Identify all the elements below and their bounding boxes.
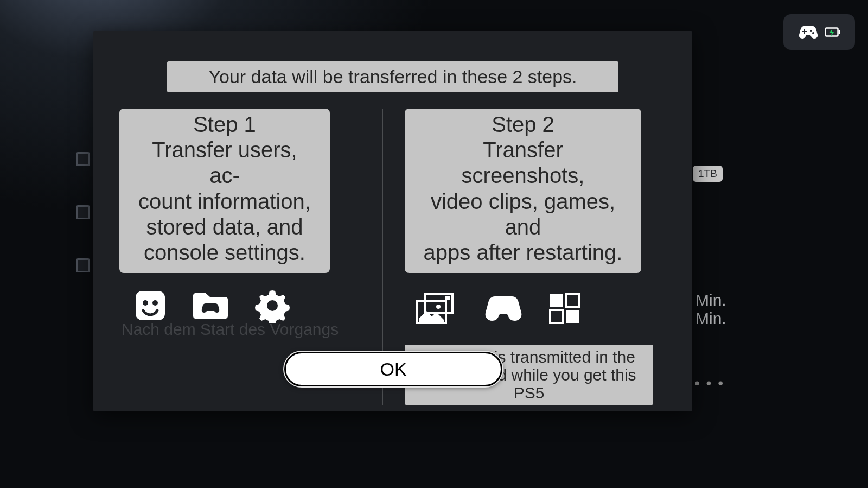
folder-game-icon xyxy=(191,290,230,321)
step-1-body: Transfer users, ac- count information, s… xyxy=(135,137,315,265)
ok-button-label: OK xyxy=(380,359,406,380)
step-2-heading: Step 2 xyxy=(420,112,626,137)
svg-rect-7 xyxy=(445,296,450,300)
media-icon xyxy=(414,293,458,324)
status-pill xyxy=(783,14,855,50)
controller-icon xyxy=(797,24,819,40)
svg-rect-12 xyxy=(550,310,563,323)
time-min-2: Min. xyxy=(695,309,726,328)
bg-ellipsis: • • • xyxy=(694,375,724,392)
bg-checkbox-3 xyxy=(76,258,90,272)
storage-badge: 1TB xyxy=(693,166,723,182)
step-2-icons xyxy=(405,293,580,324)
svg-point-4 xyxy=(152,300,158,306)
dialog-title: Your data will be transferred in these 2… xyxy=(167,61,618,92)
ok-button[interactable]: OK xyxy=(284,352,502,386)
step-2-body: Transfer screenshots, video clips, games… xyxy=(420,137,626,265)
step-1-box: Step 1 Transfer users, ac- count informa… xyxy=(119,109,330,273)
svg-point-3 xyxy=(143,300,148,306)
apps-grid-icon xyxy=(549,293,580,324)
step-2-box: Step 2 Transfer screenshots, video clips… xyxy=(405,109,641,273)
step-1-heading: Step 1 xyxy=(135,112,315,137)
user-smile-icon xyxy=(135,290,166,321)
svg-point-9 xyxy=(436,305,441,309)
faded-background-text: Nach dem Start des Vorgangs musst xyxy=(122,320,339,339)
bg-checkbox-1 xyxy=(76,152,90,166)
svg-rect-1 xyxy=(839,30,841,34)
controller-icon xyxy=(483,294,524,322)
svg-rect-11 xyxy=(566,294,579,307)
step-1-icons xyxy=(119,288,290,323)
svg-point-5 xyxy=(267,300,278,311)
time-min-1: Min. xyxy=(695,291,726,309)
svg-rect-10 xyxy=(550,294,563,307)
bg-checkbox-2 xyxy=(76,205,90,219)
svg-rect-13 xyxy=(566,310,579,323)
battery-charging-icon xyxy=(825,26,841,38)
gear-icon xyxy=(255,288,290,323)
